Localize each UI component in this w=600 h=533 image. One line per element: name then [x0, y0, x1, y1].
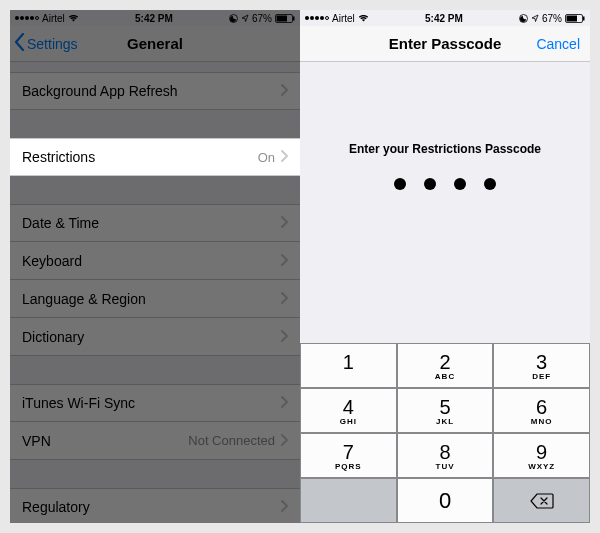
time-label: 5:42 PM [425, 13, 463, 24]
passcode-prompt: Enter your Restrictions Passcode [349, 142, 541, 156]
row-restrictions[interactable]: Restrictions On [10, 138, 300, 176]
passcode-dot [424, 178, 436, 190]
status-bar: Airtel 5:42 PM 67% [300, 10, 590, 26]
key-6[interactable]: 6MNO [493, 388, 590, 433]
row-date-time[interactable]: Date & Time [10, 204, 300, 242]
status-bar: Airtel 5:42 PM 67% [10, 10, 300, 26]
carrier-label: Airtel [332, 13, 355, 24]
battery-pct: 67% [252, 13, 272, 24]
backspace-icon [530, 493, 554, 509]
back-button[interactable]: Settings [14, 26, 78, 61]
passcode-dot [394, 178, 406, 190]
battery-pct: 67% [542, 13, 562, 24]
row-value: On [258, 150, 275, 165]
wifi-icon [68, 14, 79, 22]
key-3[interactable]: 3DEF [493, 343, 590, 388]
chevron-right-icon [281, 433, 288, 449]
time-label: 5:42 PM [135, 13, 173, 24]
do-not-disturb-icon [519, 14, 528, 23]
chevron-right-icon [281, 329, 288, 345]
back-label: Settings [27, 36, 78, 52]
chevron-right-icon [281, 149, 288, 165]
settings-general-screen: Airtel 5:42 PM 67% Settings Gener [10, 10, 300, 523]
battery-icon [275, 14, 295, 23]
cancel-button[interactable]: Cancel [536, 26, 580, 61]
chevron-right-icon [281, 83, 288, 99]
page-title: General [127, 35, 183, 52]
row-background-app-refresh[interactable]: Background App Refresh [10, 72, 300, 110]
chevron-right-icon [281, 215, 288, 231]
row-vpn[interactable]: VPN Not Connected [10, 422, 300, 460]
row-itunes-wifi-sync[interactable]: iTunes Wi-Fi Sync [10, 384, 300, 422]
settings-list: Background App Refresh Restrictions On D… [10, 72, 300, 523]
battery-icon [565, 14, 585, 23]
svg-rect-3 [293, 16, 295, 20]
key-1[interactable]: 1 [300, 343, 397, 388]
row-regulatory[interactable]: Regulatory [10, 488, 300, 523]
do-not-disturb-icon [229, 14, 238, 23]
carrier-label: Airtel [42, 13, 65, 24]
row-dictionary[interactable]: Dictionary [10, 318, 300, 356]
chevron-left-icon [14, 33, 25, 54]
nav-bar: Settings General [10, 26, 300, 62]
svg-rect-7 [583, 16, 585, 20]
numeric-keypad: 1 2ABC 3DEF 4GHI 5JKL 6MNO 7PQRS 8TUV 9W… [300, 343, 590, 523]
key-9[interactable]: 9WXYZ [493, 433, 590, 478]
passcode-dot [454, 178, 466, 190]
key-5[interactable]: 5JKL [397, 388, 494, 433]
passcode-screen: Airtel 5:42 PM 67% Enter Passcode Cancel [300, 10, 590, 523]
row-keyboard[interactable]: Keyboard [10, 242, 300, 280]
page-title: Enter Passcode [389, 35, 502, 52]
row-value: Not Connected [188, 433, 275, 448]
key-2[interactable]: 2ABC [397, 343, 494, 388]
key-4[interactable]: 4GHI [300, 388, 397, 433]
key-7[interactable]: 7PQRS [300, 433, 397, 478]
nav-bar: Enter Passcode Cancel [300, 26, 590, 62]
passcode-dots [394, 178, 496, 190]
signal-icon [15, 16, 39, 20]
key-backspace[interactable] [493, 478, 590, 523]
chevron-right-icon [281, 395, 288, 411]
row-language-region[interactable]: Language & Region [10, 280, 300, 318]
key-blank [300, 478, 397, 523]
svg-rect-2 [276, 15, 287, 21]
key-8[interactable]: 8TUV [397, 433, 494, 478]
location-icon [241, 14, 249, 22]
svg-rect-6 [566, 15, 577, 21]
signal-icon [305, 16, 329, 20]
chevron-right-icon [281, 499, 288, 515]
passcode-dot [484, 178, 496, 190]
chevron-right-icon [281, 291, 288, 307]
key-0[interactable]: 0 [397, 478, 494, 523]
chevron-right-icon [281, 253, 288, 269]
wifi-icon [358, 14, 369, 22]
location-icon [531, 14, 539, 22]
